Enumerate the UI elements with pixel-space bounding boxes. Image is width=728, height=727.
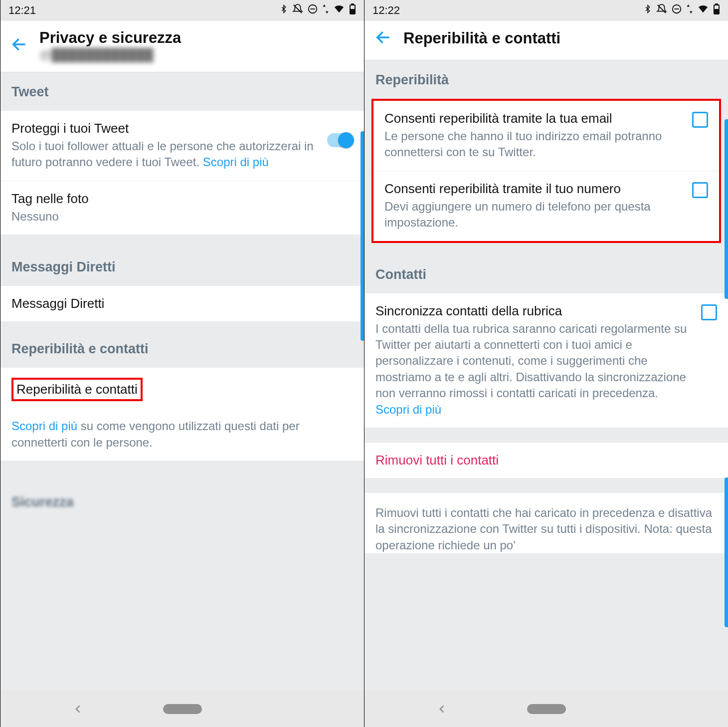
phone-discover-desc: Devi aggiungere un numero di telefono pe… <box>384 199 683 231</box>
content-scroll[interactable]: Reperibilità Consenti reperibilità trami… <box>364 60 728 691</box>
learn-more-link[interactable]: Scopri di più <box>203 155 269 169</box>
data-arrows-icon <box>322 3 329 17</box>
sync-desc: I contatti della tua rubrica saranno car… <box>375 321 692 418</box>
battery-icon <box>349 3 356 17</box>
nav-home-pill[interactable] <box>527 704 566 714</box>
system-nav-bar <box>364 691 728 727</box>
checkbox-discover-email[interactable] <box>692 112 708 128</box>
page-title: Privacy e sicurezza <box>39 29 181 47</box>
scroll-indicator <box>725 478 728 627</box>
wifi-icon <box>333 3 345 17</box>
scroll-indicator <box>361 131 364 341</box>
row-protect-tweets[interactable]: Proteggi i tuoi Tweet Solo i tuoi follow… <box>0 111 364 181</box>
row-remove-all-contacts[interactable]: Rimuovi tutti i contatti <box>364 443 728 478</box>
nav-back-button[interactable] <box>437 702 447 716</box>
back-arrow-icon[interactable] <box>374 29 391 48</box>
section-header-security-partial: Sicurezza <box>0 490 364 510</box>
row-discover-by-phone[interactable]: Consenti reperibilità tramite il tuo num… <box>373 171 719 241</box>
remove-contacts-desc: Rimuovi tutti i contatti che hai caricat… <box>375 505 717 553</box>
status-time: 12:22 <box>372 4 400 17</box>
sync-title: Sincronizza contatti della rubrica <box>375 303 692 319</box>
remove-contacts-title: Rimuovi tutti i contatti <box>375 453 717 468</box>
app-header: Reperibilità e contatti <box>364 21 728 60</box>
status-time: 12:21 <box>8 4 36 17</box>
status-bar: 12:22 <box>364 0 728 21</box>
wifi-icon <box>697 3 709 17</box>
battery-icon <box>713 3 720 17</box>
dm-title: Messaggi Diretti <box>11 296 353 311</box>
spacer <box>364 428 728 443</box>
protect-title: Proteggi i tuoi Tweet <box>11 121 318 136</box>
back-arrow-icon[interactable] <box>10 36 27 55</box>
data-arrows-icon <box>686 3 693 17</box>
scroll-indicator <box>725 119 728 299</box>
section-header-discover: Reperibilità e contatti <box>0 321 364 368</box>
checkbox-sync-contacts[interactable] <box>701 304 717 320</box>
status-icons <box>279 3 356 17</box>
bluetooth-icon <box>279 3 288 17</box>
spacer <box>364 478 728 493</box>
spacer <box>0 461 364 490</box>
discover-title: Reperibilità e contatti <box>16 382 138 397</box>
row-photo-tagging[interactable]: Tag nelle foto Nessuno <box>0 181 364 235</box>
page-subtitle-handle: @████████████ <box>39 48 181 62</box>
svg-rect-4 <box>351 9 354 13</box>
content-scroll[interactable]: Tweet Proteggi i tuoi Tweet Solo i tuoi … <box>0 72 364 691</box>
section-header-contacts: Contatti <box>364 243 728 293</box>
dnd-bell-icon <box>292 3 303 17</box>
system-nav-bar <box>0 691 364 727</box>
checkbox-discover-phone[interactable] <box>692 182 708 198</box>
section-header-tweet: Tweet <box>0 72 364 111</box>
discover-info: Scopri di più su come vengono utilizzati… <box>11 418 353 451</box>
nav-back-button[interactable] <box>73 702 83 716</box>
email-discover-desc: Le persone che hanno il tuo indirizzo em… <box>384 128 683 161</box>
row-remove-contacts-desc: Rimuovi tutti i contatti che hai caricat… <box>364 493 728 553</box>
phone-discover-title: Consenti reperibilità tramite il tuo num… <box>384 181 683 197</box>
row-discover-contacts[interactable]: Reperibilità e contatti <box>0 368 364 411</box>
dnd-circle-icon <box>307 3 318 17</box>
row-dm[interactable]: Messaggi Diretti <box>0 286 364 321</box>
row-discover-info: Scopri di più su come vengono utilizzati… <box>0 411 364 461</box>
sync-desc-text: I contatti della tua rubrica saranno car… <box>375 322 687 400</box>
screen-privacy: 12:21 Privacy e s <box>0 0 364 727</box>
highlight-discover-contacts: Reperibilità e contatti <box>11 378 143 401</box>
row-sync-contacts[interactable]: Sincronizza contatti della rubrica I con… <box>364 293 728 428</box>
discover-learn-more-link[interactable]: Scopri di più <box>11 419 77 433</box>
section-header-discoverability: Reperibilità <box>364 60 728 99</box>
svg-rect-10 <box>715 9 718 13</box>
photo-tag-value: Nessuno <box>11 209 353 225</box>
section-header-dm: Messaggi Diretti <box>0 235 364 286</box>
status-icons <box>643 3 720 17</box>
svg-rect-3 <box>352 3 354 5</box>
dnd-circle-icon <box>671 3 682 17</box>
highlight-discoverability-rows: Consenti reperibilità tramite la tua ema… <box>371 99 721 243</box>
status-bar: 12:21 <box>0 0 364 21</box>
photo-tag-title: Tag nelle foto <box>11 191 353 207</box>
svg-rect-9 <box>716 3 718 5</box>
bluetooth-icon <box>643 3 652 17</box>
screen-discoverability: 12:22 Reperibilit <box>364 0 728 727</box>
email-discover-title: Consenti reperibilità tramite la tua ema… <box>384 111 683 126</box>
toggle-protect-tweets[interactable] <box>327 133 353 147</box>
page-title: Reperibilità e contatti <box>403 29 560 47</box>
sync-learn-more-link[interactable]: Scopri di più <box>375 403 441 416</box>
dnd-bell-icon <box>656 3 667 17</box>
row-discover-by-email[interactable]: Consenti reperibilità tramite la tua ema… <box>373 101 719 171</box>
app-header: Privacy e sicurezza @████████████ <box>0 21 364 72</box>
nav-home-pill[interactable] <box>163 704 202 714</box>
protect-desc: Solo i tuoi follower attuali e le person… <box>11 138 318 171</box>
